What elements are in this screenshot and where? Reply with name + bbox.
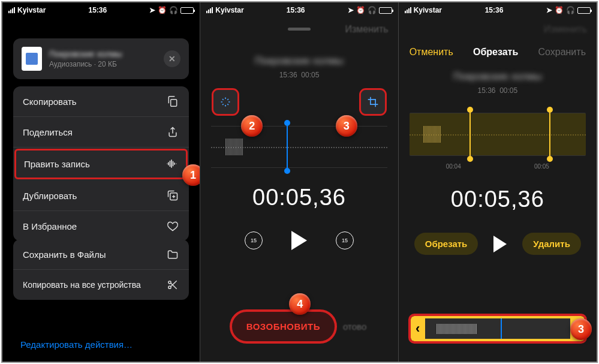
recording-subtitle: Аудиозапись · 20 КБ (49, 60, 156, 68)
waveform-icon (165, 157, 178, 170)
trim-end-handle[interactable] (549, 110, 550, 159)
folder-icon (166, 248, 179, 261)
step-marker-3b: 3 (570, 318, 592, 340)
battery-icon (379, 7, 392, 14)
close-button[interactable]: ✕ (164, 50, 180, 67)
save-button[interactable]: Сохранить (538, 47, 586, 58)
status-time: 15:36 (89, 6, 107, 14)
trim-header: Отменить Обрезать Сохранить (399, 41, 597, 64)
copy-all-devices-action[interactable]: Копировать на все устройства (13, 270, 189, 300)
alarm-icon: ⏰ (356, 6, 365, 14)
skip-back-button[interactable]: 15 (245, 231, 263, 249)
signal-icon (8, 7, 15, 13)
mini-playhead[interactable] (501, 318, 502, 339)
status-bar: Kyivstar 15:36 ➤ ⏰ 🎧 (2, 2, 200, 18)
share-sheet-header: Покровские холмы Аудиозапись · 20 КБ ✕ (13, 38, 189, 79)
copy-icon (166, 95, 179, 108)
done-text[interactable]: отово (343, 321, 366, 332)
play-button[interactable] (493, 236, 507, 252)
cancel-button[interactable]: Отменить (410, 47, 453, 58)
signal-icon (405, 7, 411, 13)
status-bar: Kyivstar 15:36 ➤ ⏰ 🎧 (200, 2, 398, 18)
trim-title: Обрезать (473, 47, 518, 58)
edit-actions-link[interactable]: Редактировать действия… (20, 339, 133, 350)
recording-title: Покровские холмы (200, 55, 398, 67)
status-time: 15:36 (485, 6, 504, 14)
headphone-icon: 🎧 (566, 6, 575, 14)
recording-meta: 15:36 00:05 (399, 86, 597, 95)
crop-button[interactable] (361, 90, 385, 114)
favorite-action[interactable]: В Избранное (13, 211, 189, 241)
play-button[interactable] (291, 231, 307, 250)
svg-point-2 (168, 281, 171, 284)
actions-menu-2: Сохранить в Файлы Копировать на все устр… (13, 239, 189, 300)
delete-button[interactable]: Удалить (522, 233, 581, 255)
time-marks: 00:04 00:05 (410, 163, 586, 170)
sheet-drag-handle[interactable] (288, 28, 311, 31)
actions-menu-1: Скопировать Поделиться Править запись Ду… (13, 86, 189, 241)
skip-forward-button[interactable]: 15 (336, 231, 354, 249)
svg-rect-0 (171, 100, 177, 107)
screen-edit-recording: Kyivstar 15:36 ➤ ⏰ 🎧 Изменить Покровские… (200, 2, 398, 362)
elapsed-time: 00:05,36 (200, 185, 398, 210)
scissors-icon (166, 278, 179, 291)
svg-point-3 (168, 286, 171, 288)
edit-link-bg: Изменить (544, 24, 587, 35)
mini-trim-bar[interactable]: ‹ › (411, 316, 585, 341)
edit-link[interactable]: Изменить (345, 24, 388, 35)
duplicate-action[interactable]: Дублировать (13, 181, 189, 211)
recording-title: Покровские холмы (399, 71, 597, 83)
duplicate-icon (166, 189, 179, 202)
playback-controls: 15 15 (200, 231, 398, 250)
headphone-icon: 🎧 (169, 6, 178, 14)
signal-icon (206, 7, 213, 13)
heart-icon (166, 219, 179, 233)
alarm-icon: ⏰ (158, 6, 167, 14)
mini-trim-body[interactable] (425, 316, 570, 341)
alarm-icon: ⏰ (555, 6, 564, 14)
edit-toolbar (200, 79, 398, 119)
waveform-view[interactable] (211, 126, 387, 168)
battery-icon (577, 7, 591, 14)
step-marker-3: 3 (336, 115, 357, 137)
trim-button[interactable]: Обрезать (414, 233, 478, 255)
magic-enhance-button[interactable] (213, 90, 237, 114)
recording-meta: 15:36 00:05 (200, 71, 398, 79)
location-icon: ➤ (149, 6, 155, 14)
step-marker-1: 1 (182, 164, 200, 186)
trim-actions: Обрезать Удалить (399, 233, 597, 255)
location-icon: ➤ (348, 6, 354, 14)
document-icon (22, 47, 42, 71)
location-icon: ➤ (546, 6, 552, 14)
share-action[interactable]: Поделиться (13, 117, 189, 148)
trim-waveform[interactable] (410, 113, 586, 156)
share-icon (166, 125, 179, 139)
edit-recording-action[interactable]: Править запись (14, 149, 188, 179)
save-to-files-action[interactable]: Сохранить в Файлы (13, 239, 189, 270)
carrier: Kyivstar (17, 6, 46, 14)
status-time: 15:36 (287, 6, 305, 14)
recording-title: Покровские холмы (49, 49, 156, 59)
screen-voice-memo-actions: Kyivstar 15:36 ➤ ⏰ 🎧 Покровские холмы Ау… (2, 2, 200, 362)
elapsed-time: 00:05,36 (399, 186, 597, 212)
mini-trim-left-handle[interactable]: ‹ (411, 316, 425, 341)
trim-start-handle[interactable] (469, 110, 471, 159)
carrier: Kyivstar (215, 6, 243, 14)
resume-button[interactable]: ВОЗОБНОВИТЬ (232, 312, 335, 341)
status-bar: Kyivstar 15:36 ➤ ⏰ 🎧 (399, 2, 597, 18)
playhead[interactable] (287, 123, 288, 171)
battery-icon (180, 7, 194, 14)
carrier: Kyivstar (414, 6, 442, 14)
screen-trim-recording: Kyivstar 15:36 ➤ ⏰ 🎧 Изменить Отменить О… (399, 2, 597, 362)
copy-action[interactable]: Скопировать (13, 86, 189, 117)
headphone-icon: 🎧 (368, 6, 377, 14)
